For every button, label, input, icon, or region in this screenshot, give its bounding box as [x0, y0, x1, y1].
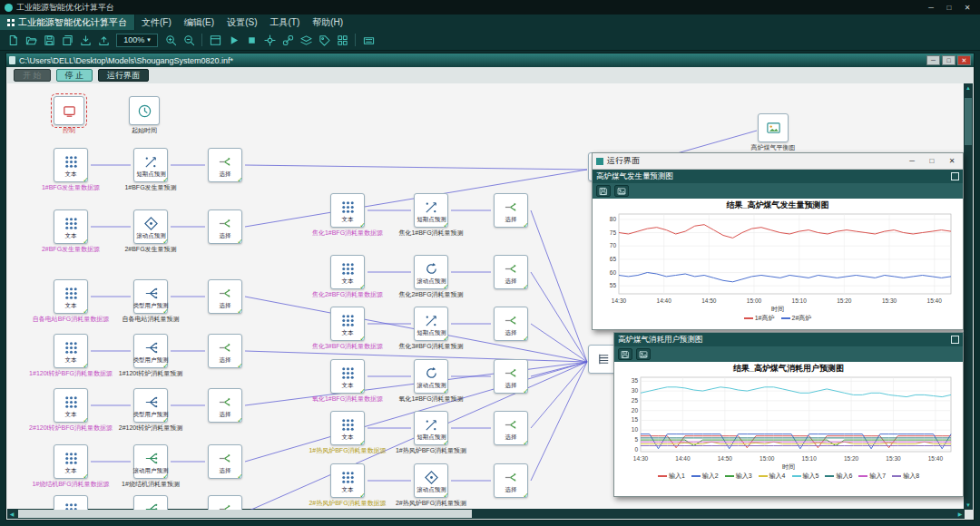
run-minimize-button[interactable]: ─ — [905, 157, 919, 165]
node-t2[interactable]: 文本✓2#BFG发生量数据源 — [51, 209, 91, 253]
play-icon[interactable] — [224, 32, 242, 48]
node-icon[interactable] — [260, 32, 279, 48]
save-icon[interactable] — [40, 32, 58, 48]
node-m1[interactable]: 文本✓焦化1#BFG消耗量数据源 — [328, 193, 368, 237]
node-s1[interactable]: 选择✓ — [205, 148, 245, 182]
platform-tab[interactable]: 工业能源智能优化计算平台 — [0, 15, 135, 30]
node-q2[interactable]: 滚动点预测✓焦化2#BFG消耗量预测 — [411, 255, 451, 298]
zoom-select[interactable]: 100% ▾ — [116, 34, 158, 47]
node-s5[interactable]: 选择✓ — [205, 388, 245, 423]
dots-icon — [64, 394, 79, 410]
menu-item-file[interactable]: 文件(F) — [135, 15, 178, 30]
node-u2[interactable]: 选择✓ — [491, 255, 531, 289]
node-m2[interactable]: 文本✓焦化2#BFG消耗量数据源 — [328, 255, 368, 298]
node-q5[interactable]: 短期点预测✓1#热风炉BFG消耗量预测 — [411, 411, 451, 454]
node-u3[interactable]: 选择✓ — [491, 307, 531, 341]
node-t4[interactable]: 文本✓1#120t转炉BFG消耗量数据源 — [51, 334, 91, 377]
node-m4[interactable]: 文本✓氧化1#BFG消耗量数据源 — [328, 359, 368, 403]
node-u6[interactable]: 选择✓ — [491, 463, 531, 498]
menu-item-help[interactable]: 帮助(H) — [306, 15, 349, 30]
save-all-icon[interactable] — [58, 32, 76, 48]
node-sublabel: 焦化3#BFG消耗量数据源 — [302, 343, 393, 350]
import-icon[interactable] — [76, 32, 94, 48]
horizontal-scroll-thumb[interactable] — [18, 510, 472, 518]
tag-icon[interactable] — [315, 32, 333, 48]
export-icon[interactable] — [94, 32, 113, 48]
vertical-scroll-thumb[interactable] — [965, 98, 972, 145]
run-ui-button[interactable]: 运行界面 — [98, 69, 149, 82]
node-p2[interactable]: 滚动点预测✓2#BFG发生量预测 — [131, 209, 171, 253]
grid-icon[interactable] — [333, 32, 351, 48]
check-icon: ✓ — [523, 221, 529, 229]
node-t3[interactable]: 文本✓自备电站BFG消耗量数据源 — [51, 279, 91, 323]
node-sublabel: 自备电站BFG消耗量数据源 — [25, 316, 116, 323]
save-chart-button[interactable] — [618, 348, 632, 360]
doc-minimize-button[interactable]: ─ — [926, 55, 940, 65]
doc-maximize-button[interactable]: □ — [942, 55, 956, 65]
start-button[interactable]: 开 始 — [14, 69, 51, 82]
node-g1[interactable]: 高炉煤气平衡图 — [757, 113, 789, 151]
node-q4[interactable]: 滚动点预测✓氧化1#BFG消耗量预测 — [411, 359, 451, 403]
menu-item-tools[interactable]: 工具(T) — [263, 15, 306, 30]
scroll-down-icon[interactable]: ▼ — [964, 502, 973, 508]
node-s4[interactable]: 选择✓ — [205, 334, 245, 368]
doc-close-button[interactable]: ✕ — [957, 55, 971, 65]
node-p3[interactable]: 类型用户预测✓自备电站消耗量预测 — [131, 279, 171, 323]
minimize-button[interactable]: ─ — [923, 4, 939, 12]
node-sublabel: 焦化2#BFG消耗量预测 — [386, 291, 476, 298]
scroll-up-icon[interactable]: ▲ — [964, 85, 973, 91]
node-s7[interactable]: 选择✓ — [205, 495, 245, 510]
run-close-button[interactable]: ✕ — [945, 157, 959, 165]
node-p7[interactable]: 滚动用户预测✓2#烧结机消耗量预测 — [131, 495, 171, 510]
zoom-out-icon[interactable] — [180, 32, 198, 48]
node-t1[interactable]: 文本✓1#BFG发生量数据源 — [51, 148, 91, 191]
run-maximize-button[interactable]: □ — [925, 157, 939, 165]
node-p5[interactable]: 类型用户预测✓2#120t转炉消耗量预测 — [131, 388, 171, 432]
panel-maximize-button[interactable] — [951, 172, 959, 180]
scroll-right-icon[interactable]: ▶ — [956, 511, 965, 517]
node-t5[interactable]: 文本✓2#120t转炉BFG消耗量数据源 — [51, 388, 91, 432]
vertical-scrollbar[interactable]: ▲ ▼ — [964, 83, 973, 510]
menu-item-edit[interactable]: 编辑(E) — [178, 15, 220, 30]
maximize-button[interactable]: □ — [941, 4, 957, 12]
node-q3[interactable]: 短期点预测✓焦化3#BFG消耗量预测 — [411, 307, 451, 350]
node-t6[interactable]: 文本✓1#烧结机BFG消耗量数据源 — [51, 444, 91, 488]
keyboard-icon[interactable] — [359, 32, 377, 48]
image-chart-button[interactable] — [636, 348, 651, 360]
scroll-left-icon[interactable]: ◀ — [7, 511, 16, 517]
stop-icon[interactable] — [242, 32, 260, 48]
run-window-title: 运行界面 — [607, 155, 905, 167]
node-u5[interactable]: 选择✓ — [491, 411, 531, 445]
node-m3[interactable]: 文本✓焦化3#BFG消耗量数据源 — [328, 307, 368, 350]
node-q6[interactable]: 滚动点预测✓2#热风炉BFG消耗量预测 — [411, 463, 451, 507]
new-file-icon[interactable] — [4, 32, 22, 48]
horizontal-scrollbar[interactable]: ◀ ▶ — [7, 509, 965, 519]
node-q1[interactable]: 短期点预测✓焦化1#BFG消耗量预测 — [411, 193, 451, 237]
node-t7[interactable]: 文本✓2#烧结机BFG消耗量数据源 — [51, 495, 91, 510]
panel-maximize-button[interactable] — [951, 336, 959, 344]
layer-icon[interactable] — [297, 32, 315, 48]
node-ctrl[interactable]: 控制 — [53, 96, 85, 134]
node-s6[interactable]: 选择✓ — [205, 444, 245, 479]
node-s2[interactable]: 选择✓ — [205, 209, 245, 244]
close-button[interactable]: ✕ — [959, 4, 975, 12]
node-clock[interactable]: 起始时间 — [128, 96, 161, 134]
save-chart-button[interactable] — [596, 185, 611, 197]
image-chart-button[interactable] — [614, 185, 629, 197]
node-m6[interactable]: 文本✓2#热风炉BFG消耗量数据源 — [328, 463, 368, 507]
node-u4[interactable]: 选择✓ — [491, 359, 531, 394]
open-folder-icon[interactable] — [22, 32, 40, 48]
node-u1[interactable]: 选择✓ — [491, 193, 531, 228]
node-p6[interactable]: 滚动用户预测✓1#烧结机消耗量预测 — [131, 444, 171, 488]
panel-icon[interactable] — [206, 32, 224, 48]
scatter-icon — [424, 313, 439, 328]
menu-item-settings[interactable]: 设置(S) — [220, 15, 263, 30]
node-p4[interactable]: 类型用户预测✓1#120t转炉消耗量预测 — [131, 334, 171, 377]
clock-icon — [137, 103, 152, 119]
node-m5[interactable]: 文本✓1#热风炉BFG消耗量数据源 — [328, 411, 368, 454]
link-icon[interactable] — [279, 32, 297, 48]
zoom-in-icon[interactable] — [162, 32, 180, 48]
stop-button[interactable]: 停 止 — [56, 69, 93, 82]
node-s3[interactable]: 选择✓ — [205, 279, 245, 314]
node-p1[interactable]: 短期点预测✓1#BFG发生量预测 — [131, 148, 171, 191]
